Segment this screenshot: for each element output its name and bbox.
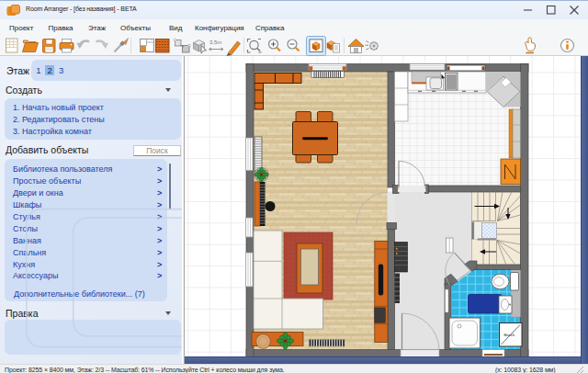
svg-text:Bosch: Bosch [504,333,515,337]
svg-text:3,5m: 3,5m [209,40,221,45]
